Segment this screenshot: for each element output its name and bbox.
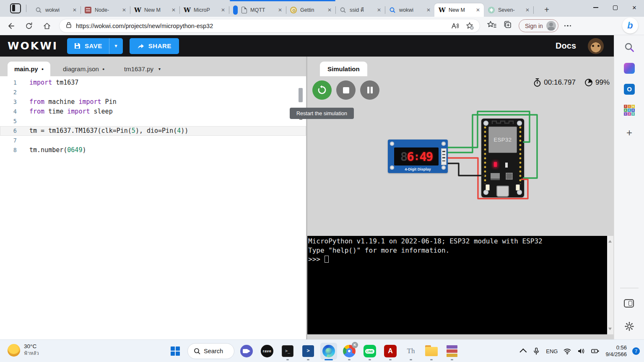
close-window-button[interactable]: ✕ bbox=[625, 0, 644, 15]
sidebar-add-icon[interactable]: + bbox=[624, 127, 635, 138]
file-tab-diagram-json[interactable]: diagram.json ● bbox=[56, 62, 111, 76]
save-button[interactable]: SAVE ▾ bbox=[67, 38, 123, 54]
code-editor[interactable]: 1import tm1637 2 3from machine import Pi… bbox=[0, 76, 306, 339]
simulation-tab[interactable]: Simulation bbox=[320, 62, 367, 76]
browser-tab-wokwi-search[interactable]: wokwi ✕ bbox=[31, 3, 80, 17]
taskbar-winrar-icon[interactable] bbox=[444, 343, 460, 359]
sidebar-search-icon[interactable] bbox=[624, 42, 635, 53]
sidebar-settings-icon[interactable] bbox=[624, 321, 635, 332]
share-button[interactable]: SHARE bbox=[130, 38, 179, 54]
sidebar-microsoft365-icon[interactable] bbox=[624, 63, 635, 74]
chrome-profile-badge: K bbox=[352, 342, 358, 348]
browser-tab-wokwi-search2[interactable]: wokwi ✕ bbox=[385, 3, 434, 17]
minimize-button[interactable] bbox=[586, 0, 605, 15]
tab-close-icon[interactable]: ✕ bbox=[121, 7, 127, 13]
chevron-down-icon[interactable]: ▾ bbox=[158, 67, 161, 71]
save-dropdown-caret[interactable]: ▾ bbox=[109, 43, 123, 49]
address-bar-actions bbox=[450, 21, 475, 32]
taskbar-explorer-icon[interactable] bbox=[423, 343, 440, 359]
tab-close-icon[interactable]: ✕ bbox=[170, 7, 177, 13]
address-bar[interactable]: https://wokwi.com/projects/new/micropyth… bbox=[59, 19, 480, 33]
file-tab-main-py[interactable]: main.py ● bbox=[8, 62, 50, 76]
taskbar-terminal-icon[interactable]: >_ bbox=[279, 343, 296, 359]
scroll-up-icon[interactable] bbox=[608, 238, 612, 243]
taskbar-powershell-icon[interactable]: > bbox=[300, 343, 317, 359]
weather-widget[interactable]: 30°C ฟ้าหลัว bbox=[8, 343, 39, 357]
language-indicator[interactable]: ENG bbox=[546, 348, 558, 354]
sidebar-outlook-icon[interactable]: O bbox=[624, 84, 635, 95]
taskbar-rave-icon[interactable]: rave bbox=[259, 343, 275, 359]
more-menu-icon[interactable] bbox=[564, 25, 571, 27]
tab-close-icon[interactable]: ✕ bbox=[220, 7, 226, 13]
search-icon bbox=[340, 7, 346, 13]
system-tray: ENG 0:56 9/4/2566 7 bbox=[522, 340, 640, 362]
editor-scrollbar-thumb[interactable] bbox=[299, 88, 303, 102]
tab-close-icon[interactable]: ✕ bbox=[524, 7, 531, 13]
sidebar-toggle-icon[interactable] bbox=[624, 299, 635, 310]
taskbar-th-app-icon[interactable]: Th bbox=[402, 343, 419, 359]
back-button[interactable] bbox=[4, 19, 18, 33]
lock-icon bbox=[65, 21, 72, 30]
weather-temp: 30°C bbox=[24, 343, 39, 349]
wokwi-icon: W bbox=[439, 7, 445, 13]
clock[interactable]: 0:56 9/4/2566 bbox=[605, 344, 627, 358]
tab-close-icon[interactable]: ✕ bbox=[475, 7, 481, 13]
new-tab-button[interactable]: + bbox=[541, 4, 553, 16]
taskbar-chat-icon[interactable] bbox=[238, 343, 255, 359]
sign-in-button[interactable]: Sign in bbox=[519, 19, 558, 32]
battery-icon[interactable] bbox=[591, 347, 600, 355]
browser-tab-ssid[interactable]: ssid คื ✕ bbox=[335, 3, 385, 17]
tab-group-indicator[interactable] bbox=[233, 5, 238, 15]
browser-toolbar: https://wokwi.com/projects/new/micropyth… bbox=[0, 17, 644, 35]
tab-actions-menu-icon[interactable] bbox=[10, 3, 21, 13]
taskbar-acrobat-icon[interactable]: A bbox=[382, 343, 399, 359]
browser-tab-seven[interactable]: Seven- ✕ bbox=[484, 3, 533, 17]
taskbar-line-icon[interactable]: LINE bbox=[361, 343, 378, 359]
start-button[interactable] bbox=[167, 343, 184, 359]
line-number: 6 bbox=[0, 126, 29, 136]
user-avatar[interactable] bbox=[588, 38, 604, 54]
profile-avatar-icon bbox=[546, 21, 556, 31]
browser-tab-nodered[interactable]: Node- ✕ bbox=[80, 3, 130, 17]
favorites-bar-icon[interactable] bbox=[487, 20, 497, 32]
serial-terminal[interactable]: MicroPython v1.19.1 on 2022-06-18; ESP32… bbox=[307, 236, 607, 334]
browser-tab-getting[interactable]: Gettin ✕ bbox=[286, 3, 335, 17]
terminal-scrollbar[interactable] bbox=[607, 236, 613, 334]
taskbar-chrome-icon[interactable]: K bbox=[341, 343, 358, 359]
browser-tab-active-new-micropython[interactable]: W New M ✕ bbox=[434, 3, 484, 17]
sidebar-tinkercad-icon[interactable]: TIN KER CAD bbox=[624, 105, 635, 116]
terminal-prompt: >>> bbox=[308, 255, 607, 264]
collections-icon[interactable] bbox=[503, 20, 513, 32]
search-icon bbox=[194, 348, 200, 354]
tab-close-icon[interactable]: ✕ bbox=[277, 7, 283, 13]
scroll-down-icon[interactable] bbox=[608, 328, 612, 332]
wifi-icon[interactable] bbox=[563, 347, 571, 355]
tab-close-icon[interactable]: ✕ bbox=[376, 7, 382, 13]
taskbar-edge-icon[interactable] bbox=[320, 343, 337, 359]
browser-tab-mqtt[interactable]: MQTT ✕ bbox=[229, 3, 286, 17]
tray-expand-icon[interactable] bbox=[520, 349, 527, 356]
browser-tab-wokwi-new[interactable]: W New M ✕ bbox=[130, 3, 179, 17]
line-number: 7 bbox=[0, 136, 29, 145]
add-favorite-icon[interactable] bbox=[465, 21, 475, 32]
notification-badge[interactable]: 7 bbox=[632, 347, 640, 355]
speaker-icon[interactable] bbox=[577, 347, 585, 355]
refresh-button[interactable] bbox=[22, 19, 36, 33]
code-line: 3from machine import Pin bbox=[0, 97, 306, 107]
taskbar-search[interactable]: Search bbox=[187, 343, 234, 359]
sign-in-label: Sign in bbox=[525, 23, 543, 29]
read-aloud-icon[interactable] bbox=[450, 21, 460, 32]
docs-link[interactable]: Docs bbox=[556, 41, 576, 51]
microphone-icon[interactable] bbox=[532, 347, 540, 355]
home-button[interactable] bbox=[40, 19, 54, 33]
browser-tab-micropython[interactable]: W MicroP ✕ bbox=[179, 3, 229, 17]
tab-close-icon[interactable]: ✕ bbox=[326, 7, 333, 13]
maximize-button[interactable] bbox=[605, 0, 625, 15]
file-tab-label: tm1637.py bbox=[124, 65, 153, 72]
file-tab-tm1637-py[interactable]: tm1637.py ▾ bbox=[117, 62, 167, 76]
tab-close-icon[interactable]: ✕ bbox=[71, 7, 78, 13]
browser-tab-strip: wokwi ✕ Node- ✕ W New M ✕ W MicroP ✕ bbox=[0, 0, 644, 17]
save-button-main[interactable]: SAVE bbox=[67, 38, 109, 54]
tab-close-icon[interactable]: ✕ bbox=[425, 7, 432, 13]
bing-chat-icon[interactable]: b bbox=[622, 18, 638, 34]
